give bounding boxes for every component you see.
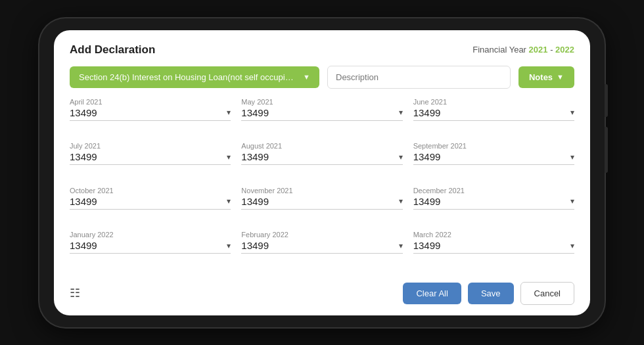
month-dropdown-chevron-icon[interactable]: ▾ [570, 152, 574, 162]
month-field: July 202113499▾ [70, 142, 231, 181]
dialog-header: Add Declaration Financial Year 2021 - 20… [70, 43, 574, 57]
month-value: 13499 [241, 196, 269, 207]
year-end: 2022 [555, 45, 574, 55]
month-field: January 202213499▾ [70, 231, 231, 270]
month-field: August 202113499▾ [241, 142, 402, 181]
month-value-row: 13499▾ [70, 151, 231, 165]
month-dropdown-chevron-icon[interactable]: ▾ [399, 152, 403, 162]
month-value: 13499 [70, 151, 97, 162]
month-label: February 2022 [241, 231, 402, 239]
month-dropdown-chevron-icon[interactable]: ▾ [227, 196, 231, 206]
clear-all-button[interactable]: Clear All [403, 283, 461, 304]
month-value: 13499 [70, 240, 97, 251]
description-input[interactable] [327, 66, 511, 89]
month-dropdown-chevron-icon[interactable]: ▾ [570, 108, 574, 117]
month-value: 13499 [241, 151, 269, 162]
month-label: January 2022 [70, 231, 231, 239]
month-value-row: 13499▾ [70, 107, 231, 121]
save-button[interactable]: Save [468, 283, 514, 304]
top-controls: Section 24(b) Interest on Housing Loan(n… [70, 66, 574, 89]
month-value: 13499 [413, 240, 441, 251]
month-value: 13499 [413, 151, 441, 162]
month-value-row: 13499▾ [70, 240, 231, 254]
month-value-row: 13499▾ [70, 196, 231, 210]
month-dropdown-chevron-icon[interactable]: ▾ [227, 241, 231, 250]
month-dropdown-chevron-icon[interactable]: ▾ [570, 241, 574, 250]
month-field: November 202113499▾ [241, 187, 402, 226]
month-label: March 2022 [413, 231, 574, 239]
month-field: March 202213499▾ [413, 231, 574, 270]
month-dropdown-chevron-icon[interactable]: ▾ [399, 241, 403, 250]
month-label: December 2021 [413, 187, 574, 195]
month-value-row: 13499▾ [241, 240, 402, 254]
month-value-row: 13499▾ [413, 151, 574, 165]
dialog: Add Declaration Financial Year 2021 - 20… [54, 30, 590, 315]
month-field: June 202113499▾ [413, 98, 574, 137]
month-label: October 2021 [70, 187, 231, 195]
month-value: 13499 [70, 107, 97, 118]
footer-left: ☷ [70, 286, 80, 300]
month-value-row: 13499▾ [241, 151, 402, 165]
month-grid: April 202113499▾May 202113499▾June 20211… [70, 98, 574, 270]
month-value-row: 13499▾ [413, 107, 574, 121]
dropdown-chevron-icon: ▼ [303, 73, 310, 81]
month-field: September 202113499▾ [413, 142, 574, 181]
month-dropdown-chevron-icon[interactable]: ▾ [570, 196, 574, 206]
month-value-row: 13499▾ [241, 196, 402, 210]
month-value-row: 13499▾ [413, 240, 574, 254]
month-value-row: 13499▾ [413, 196, 574, 210]
month-value: 13499 [241, 240, 269, 251]
month-label: September 2021 [413, 142, 574, 150]
month-value: 13499 [413, 196, 441, 207]
month-label: November 2021 [241, 187, 402, 195]
month-field: May 202113499▾ [241, 98, 402, 137]
cancel-button[interactable]: Cancel [520, 282, 574, 305]
month-field: February 202213499▾ [241, 231, 402, 270]
month-field: October 202113499▾ [70, 187, 231, 226]
dialog-title: Add Declaration [70, 43, 155, 57]
month-label: April 2021 [70, 98, 231, 106]
screen: Add Declaration Financial Year 2021 - 20… [54, 30, 590, 315]
month-value: 13499 [241, 107, 269, 118]
section-dropdown[interactable]: Section 24(b) Interest on Housing Loan(n… [70, 66, 319, 88]
month-dropdown-chevron-icon[interactable]: ▾ [227, 108, 231, 117]
month-dropdown-chevron-icon[interactable]: ▾ [399, 108, 403, 117]
month-label: July 2021 [70, 142, 231, 150]
month-value: 13499 [70, 196, 97, 207]
year-start: 2021 [529, 45, 548, 55]
month-label: August 2021 [241, 142, 402, 150]
month-dropdown-chevron-icon[interactable]: ▾ [227, 152, 231, 162]
month-field: December 202113499▾ [413, 187, 574, 226]
footer: ☷ Clear All Save Cancel [70, 279, 574, 305]
financial-year: Financial Year 2021 - 2022 [472, 45, 574, 55]
phone-shell: Add Declaration Financial Year 2021 - 20… [39, 18, 605, 327]
notes-chevron-icon: ▼ [557, 73, 564, 81]
notes-button[interactable]: Notes ▼ [518, 66, 574, 88]
document-icon[interactable]: ☷ [70, 287, 80, 300]
month-field: April 202113499▾ [70, 98, 231, 137]
month-label: May 2021 [241, 98, 402, 106]
month-value-row: 13499▾ [241, 107, 402, 121]
month-value: 13499 [413, 107, 441, 118]
month-dropdown-chevron-icon[interactable]: ▾ [399, 196, 403, 206]
month-label: June 2021 [413, 98, 574, 106]
